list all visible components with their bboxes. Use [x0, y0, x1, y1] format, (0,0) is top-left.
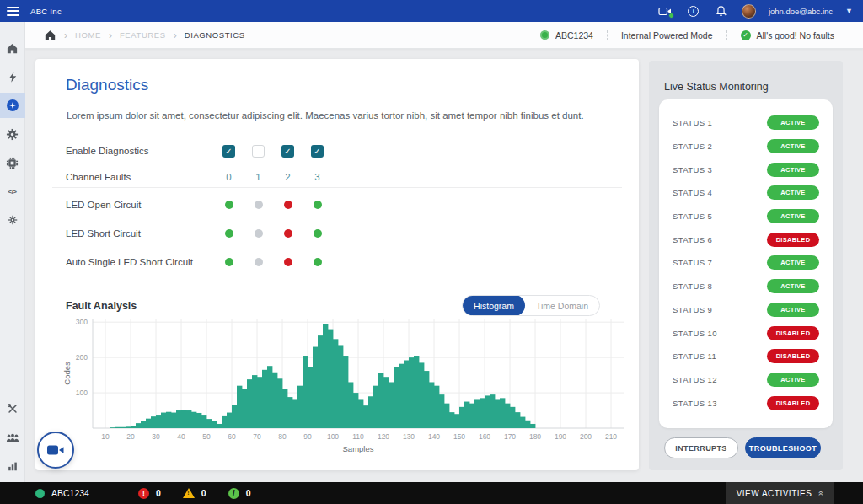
status-label: STATUS 2	[673, 142, 712, 151]
status-label: STATUS 9	[673, 305, 712, 314]
status-label: STATUS 1	[673, 118, 712, 127]
status-row: STATUS 4ACTIVE	[673, 181, 819, 205]
device-id: ABC1234	[555, 30, 593, 40]
status-row: STATUS 6DISABLED	[673, 228, 819, 251]
led-row: LED Short Circuit	[66, 219, 399, 248]
crumb-separator: ›	[174, 29, 177, 41]
video-call-icon[interactable]	[658, 4, 673, 18]
svg-text:200: 200	[580, 432, 592, 441]
status-badge: DISABLED	[767, 326, 819, 340]
channel-faults-label: Channel Faults	[66, 172, 214, 182]
status-badge: ACTIVE	[767, 373, 819, 387]
breadcrumb-features[interactable]: FEATURES	[120, 30, 166, 40]
breadcrumb-home[interactable]: HOME	[75, 30, 101, 40]
channel-checkbox-1[interactable]	[252, 145, 265, 158]
svg-text:190: 190	[555, 432, 566, 441]
led-indicator-gray-icon	[255, 201, 263, 209]
led-indicator-green-icon	[225, 201, 233, 209]
channel-checkbox-3[interactable]: ✓	[311, 145, 324, 158]
info-counter: i 0	[228, 488, 251, 499]
error-count: 0	[156, 488, 161, 498]
double-chevron-up-icon: »	[816, 491, 826, 496]
enable-diagnostics-row: Enable Diagnostics ✓✓✓	[66, 137, 399, 165]
svg-text:130: 130	[403, 432, 415, 441]
sidebar-item-diagnostics[interactable]	[0, 93, 25, 118]
status-badge: ACTIVE	[767, 185, 819, 200]
power-mode-indicator: Internal Powered Mode	[607, 30, 726, 40]
status-label: STATUS 13	[673, 399, 717, 408]
bottom-device-indicator: ABC1234	[35, 488, 89, 498]
led-indicator-green-icon	[314, 229, 322, 238]
interrupts-button[interactable]: INTERRUPTS	[664, 437, 738, 458]
sidebar-item-settings[interactable]	[0, 121, 25, 147]
top-bar: ABC Inc i john.doe@abc.inc ▼	[0, 0, 863, 22]
notifications-icon[interactable]	[714, 4, 729, 18]
channel-fault-count-3: 3	[314, 172, 319, 182]
app-screen: ABC Inc i john.doe@abc.inc ▼	[0, 0, 863, 504]
video-camera-fab[interactable]	[37, 432, 74, 469]
sidebar-item-code[interactable]: </>	[0, 179, 25, 204]
status-row: STATUS 9ACTIVE	[673, 298, 819, 322]
status-row: STATUS 3ACTIVE	[673, 158, 819, 181]
info-icon[interactable]: i	[686, 4, 701, 18]
crumb-separator: ›	[64, 29, 67, 41]
sidebar-item-users[interactable]	[0, 425, 25, 450]
sidebar-item-burst[interactable]	[0, 207, 25, 233]
status-indicators: ABC1234 Internal Powered Mode ✓ All's go…	[527, 30, 848, 40]
led-indicator-green-icon	[225, 258, 233, 266]
fault-histogram: 1020304050607080901001101201301401501601…	[61, 312, 634, 455]
check-circle-icon: ✓	[741, 30, 751, 40]
status-label: STATUS 11	[673, 351, 716, 361]
status-row: STATUS 2ACTIVE	[673, 135, 819, 158]
health-indicator: ✓ All's good! No faults	[726, 30, 848, 40]
sidebar-item-home[interactable]	[0, 35, 25, 61]
tools-icon	[7, 403, 19, 415]
breadcrumb-home-icon[interactable]	[44, 29, 56, 41]
svg-text:30: 30	[152, 432, 160, 441]
svg-text:Samples: Samples	[343, 444, 374, 453]
sidebar-item-power[interactable]	[0, 64, 25, 89]
device-connected-dot-icon	[35, 489, 45, 498]
channel-fault-count-2: 2	[285, 172, 290, 182]
info-count-icon: i	[228, 488, 239, 499]
menu-icon[interactable]	[0, 0, 25, 22]
led-indicator-green-icon	[225, 229, 233, 238]
led-row: LED Open Circuit	[66, 190, 399, 219]
bolt-icon	[7, 71, 19, 83]
sidebar-item-analytics[interactable]	[0, 453, 25, 479]
status-badge: ACTIVE	[767, 255, 819, 270]
user-avatar[interactable]	[742, 4, 756, 19]
sidebar-item-hardware[interactable]	[0, 150, 25, 175]
status-row: STATUS 1ACTIVE	[673, 111, 819, 135]
view-activities-button[interactable]: VIEW ACTIVITIES »	[726, 482, 834, 504]
svg-text:150: 150	[453, 432, 465, 441]
svg-text:90: 90	[303, 432, 312, 441]
warning-count: 0	[201, 488, 206, 498]
status-row: STATUS 12ACTIVE	[673, 368, 819, 392]
diagnostics-table: Enable Diagnostics ✓✓✓ Channel Faults 01…	[66, 137, 399, 189]
troubleshoot-button[interactable]: TROUBLESHOOT	[745, 437, 821, 458]
channel-checkbox-2[interactable]: ✓	[281, 145, 294, 158]
sidebar-item-tools[interactable]	[0, 396, 25, 421]
channel-checkbox-0[interactable]: ✓	[222, 145, 235, 158]
svg-text:170: 170	[504, 432, 516, 441]
page-title: Diagnostics	[66, 76, 148, 94]
status-badge: ACTIVE	[767, 115, 819, 130]
error-icon: !	[138, 488, 149, 499]
led-row: Auto Single LED Short Circuit	[66, 248, 399, 276]
svg-text:180: 180	[529, 432, 541, 441]
status-panel-actions: INTERRUPTS TROUBLESHOOT	[664, 437, 821, 458]
led-row-label: LED Open Circuit	[66, 200, 214, 210]
bar-chart-icon	[7, 460, 19, 472]
status-badge: DISABLED	[767, 233, 819, 247]
status-label: STATUS 3	[673, 165, 712, 174]
led-indicator-gray-icon	[255, 258, 263, 266]
fault-histogram-chart: 1020304050607080901001101201301401501601…	[61, 312, 634, 455]
bell-glyph	[715, 5, 727, 18]
svg-text:200: 200	[76, 353, 88, 362]
view-activities-label: VIEW ACTIVITIES	[737, 489, 812, 498]
user-email: john.doe@abc.inc	[769, 7, 833, 16]
chevron-down-icon[interactable]: ▼	[845, 7, 853, 15]
status-label: STATUS 6	[673, 235, 712, 244]
burst-icon	[7, 214, 19, 226]
